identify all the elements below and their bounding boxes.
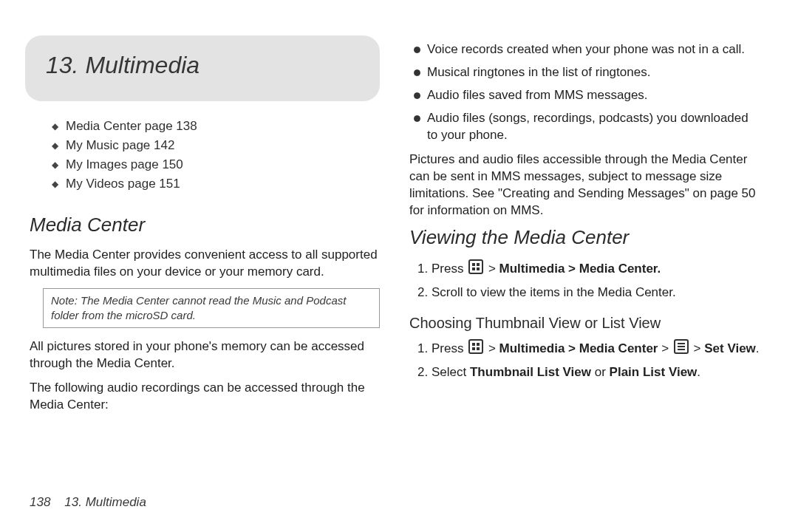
audio-bullet-list: Voice records created when your phone wa… (409, 41, 760, 144)
chapter-header-pill: 13. Multimedia (25, 35, 380, 101)
note-label: Note: (51, 294, 78, 307)
step-prefix: Press (432, 341, 467, 355)
chapter-title: 13. Multimedia (46, 52, 359, 79)
list-item: Musical ringtones in the list of rington… (409, 64, 760, 81)
diamond-icon: ◆ (52, 160, 58, 170)
step-text: Select (432, 365, 470, 379)
toc-item: ◆Media Center page 138 (52, 119, 380, 134)
diamond-icon: ◆ (52, 121, 58, 132)
section-heading-viewing: Viewing the Media Center (409, 226, 760, 249)
step-text: or (591, 365, 610, 379)
view-option: Thumbnail List View (470, 365, 591, 379)
view-option: Plain List View (610, 365, 698, 379)
navigation-key-icon (468, 259, 483, 274)
choosing-steps: Press > Multimedia > Media Center > > Se… (409, 339, 760, 381)
list-item: Select Thumbnail List View or Plain List… (432, 364, 760, 381)
step-text: Scroll to view the items in the Media Ce… (432, 285, 676, 299)
diamond-icon: ◆ (52, 140, 58, 151)
mms-note-paragraph: Pictures and audio files accessible thro… (409, 151, 760, 219)
footer-chapter: 13. Multimedia (64, 495, 146, 509)
right-column: Voice records created when your phone wa… (409, 35, 760, 421)
toc-item: ◆My Videos page 151 (52, 177, 380, 191)
step-text: . (697, 365, 700, 379)
bullet-text: Musical ringtones in the list of rington… (427, 65, 650, 79)
toc-text: My Images page 150 (66, 157, 183, 172)
page-root: 13. Multimedia ◆Media Center page 138 ◆M… (0, 0, 798, 532)
options-key-icon (674, 339, 689, 354)
subsection-heading-choosing-view: Choosing Thumbnail View or List View (409, 315, 760, 332)
toc-text: Media Center page 138 (66, 119, 197, 134)
list-item: Voice records created when your phone wa… (409, 41, 760, 58)
step-prefix: Press (432, 262, 467, 276)
page-footer: 138 13. Multimedia (30, 495, 146, 510)
list-item: Press > Multimedia > Media Center > > Se… (432, 339, 760, 358)
media-center-intro: The Media Center provides convenient acc… (30, 247, 380, 281)
audio-intro-paragraph: The following audio recordings can be ac… (30, 380, 380, 414)
breadcrumb-path: Multimedia > Media Center (499, 341, 658, 355)
page-number: 138 (30, 495, 50, 509)
list-item: Audio files saved from MMS messages. (409, 87, 760, 104)
breadcrumb-path: Set View (704, 341, 756, 355)
note-text: The Media Center cannot read the Music a… (51, 294, 346, 321)
breadcrumb-path: Multimedia > Media Center. (499, 262, 661, 276)
two-column-layout: 13. Multimedia ◆Media Center page 138 ◆M… (30, 35, 760, 421)
left-column: 13. Multimedia ◆Media Center page 138 ◆M… (30, 35, 380, 421)
toc-item: ◆My Images page 150 (52, 157, 380, 172)
note-box: Note: The Media Center cannot read the M… (43, 288, 380, 329)
viewing-steps: Press > Multimedia > Media Center. Scrol… (409, 259, 760, 301)
section-heading-media-center: Media Center (30, 214, 380, 236)
diamond-icon: ◆ (52, 179, 58, 189)
pictures-paragraph: All pictures stored in your phone's memo… (30, 338, 380, 372)
bullet-text: Audio files saved from MMS messages. (427, 88, 648, 102)
toc-item: ◆My Music page 142 (52, 138, 380, 153)
toc-text: My Videos page 151 (66, 177, 180, 191)
bullet-text: Voice records created when your phone wa… (427, 42, 745, 56)
bullet-text: Audio files (songs, recordings, podcasts… (427, 111, 748, 142)
navigation-key-icon (468, 339, 483, 354)
list-item: Press > Multimedia > Media Center. (432, 259, 760, 278)
toc-text: My Music page 142 (66, 138, 174, 153)
list-item: Audio files (songs, recordings, podcasts… (409, 110, 760, 144)
table-of-contents: ◆Media Center page 138 ◆My Music page 14… (52, 119, 380, 191)
list-item: Scroll to view the items in the Media Ce… (432, 284, 760, 301)
